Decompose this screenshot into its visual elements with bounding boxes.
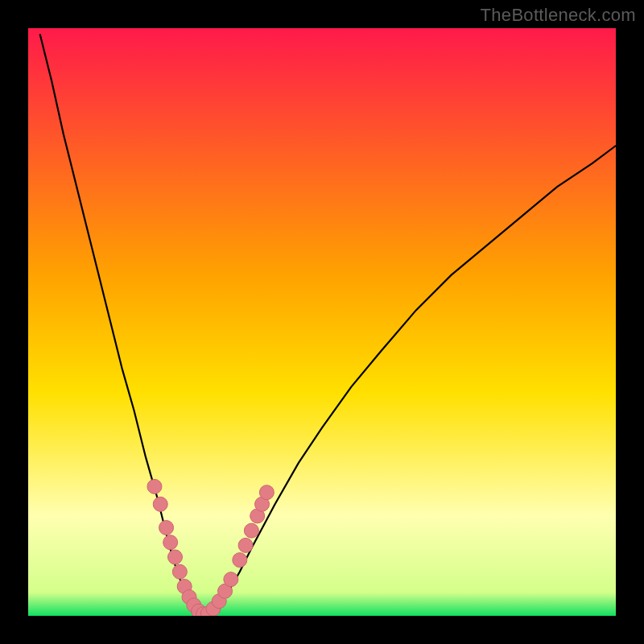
background-gradient: [28, 28, 616, 616]
data-marker: [224, 572, 238, 587]
data-marker: [153, 497, 167, 511]
data-marker: [159, 521, 174, 535]
plot-area: [28, 28, 616, 616]
data-marker: [163, 535, 178, 550]
data-marker: [168, 550, 183, 564]
data-marker: [259, 485, 274, 500]
data-marker: [244, 523, 258, 538]
data-marker: [233, 553, 247, 568]
data-marker: [147, 479, 162, 493]
data-marker: [238, 538, 253, 552]
chart-frame: TheBottleneck.com: [0, 0, 644, 644]
data-marker: [172, 564, 187, 579]
watermark-text: TheBottleneck.com: [481, 5, 636, 26]
chart-svg: [28, 28, 616, 616]
